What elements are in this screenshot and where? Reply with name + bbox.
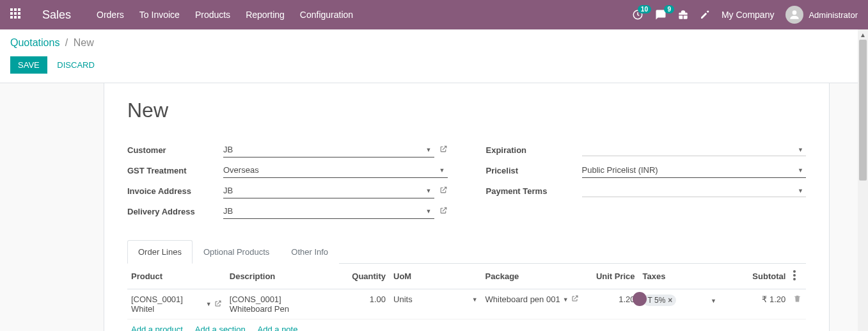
row-description[interactable]: [CONS_0001] Whiteboard Pen [226, 289, 331, 319]
delete-row-icon[interactable] [789, 289, 806, 319]
row-uom[interactable]: Units [393, 295, 470, 304]
tab-order-lines[interactable]: Order Lines [127, 240, 193, 264]
table-row: [CONS_0001] Whitel ▼ [CONS_0001] Whitebo… [127, 289, 806, 319]
invoice-address-field[interactable]: JB ▼ [223, 183, 434, 198]
col-unit-price: Unit Price [587, 264, 639, 289]
external-link-icon[interactable] [439, 145, 448, 155]
breadcrumb-separator: / [65, 37, 68, 48]
page-title: New [127, 99, 806, 122]
scrollbar[interactable]: ▲ [858, 29, 868, 331]
col-subtotal: Subtotal [730, 264, 789, 289]
svg-point-1 [793, 10, 797, 15]
tab-optional-products[interactable]: Optional Products [193, 240, 280, 264]
avatar-icon [785, 6, 803, 24]
gst-field[interactable]: Overseas ▼ [223, 163, 448, 178]
customer-value: JB [223, 145, 423, 154]
customer-field[interactable]: JB ▼ [223, 142, 434, 157]
user-name: Administrator [809, 10, 858, 20]
pricelist-field[interactable]: Public Pricelist (INR) ▼ [582, 163, 807, 178]
scroll-thumb[interactable] [859, 40, 867, 181]
customer-label: Customer [127, 145, 223, 155]
add-product-link[interactable]: Add a product [131, 325, 183, 331]
chevron-down-icon[interactable]: ▼ [795, 167, 806, 174]
menu-reporting[interactable]: Reporting [246, 10, 285, 20]
chevron-down-icon[interactable]: ▼ [711, 298, 716, 304]
apps-icon[interactable] [10, 8, 23, 21]
expiration-label: Expiration [486, 145, 582, 155]
external-link-icon[interactable] [571, 295, 579, 304]
tab-other-info[interactable]: Other Info [280, 240, 339, 264]
row-desc-name: Whiteboard Pen [230, 304, 327, 314]
row-taxes[interactable]: T 5% × ▼ [643, 295, 716, 306]
menu-orders[interactable]: Orders [97, 10, 124, 20]
main-menu: Orders To Invoice Products Reporting Con… [97, 10, 353, 20]
gst-value: Overseas [223, 165, 437, 175]
row-desc-code: [CONS_0001] [230, 295, 327, 304]
chevron-down-icon[interactable]: ▼ [795, 147, 806, 153]
chevron-down-icon[interactable]: ▼ [423, 147, 434, 153]
control-panel: Quotations / New SAVE DISCARD [0, 29, 868, 83]
chevron-down-icon[interactable]: ▼ [472, 296, 478, 303]
delivery-address-label: Delivery Address [127, 207, 223, 216]
breadcrumb: Quotations / New [10, 37, 858, 49]
external-link-icon[interactable] [439, 206, 448, 216]
svg-point-4 [793, 278, 796, 280]
remove-tax-icon[interactable]: × [668, 296, 672, 305]
form-sheet: New Customer JB ▼ GST Treatment Overseas… [104, 83, 830, 331]
delivery-address-value: JB [223, 206, 423, 216]
chevron-down-icon[interactable]: ▼ [795, 188, 806, 194]
messages-icon[interactable]: 9 [655, 9, 667, 20]
top-navbar: Sales Orders To Invoice Products Reporti… [0, 0, 868, 29]
expiration-field[interactable]: ▼ [582, 144, 807, 156]
row-package[interactable]: Whiteboard pen 001 [485, 295, 560, 304]
invoice-address-label: Invoice Address [127, 186, 223, 196]
chevron-down-icon[interactable]: ▼ [563, 296, 569, 303]
col-uom: UoM [390, 264, 482, 289]
row-product[interactable]: [CONS_0001] Whitel [131, 295, 203, 314]
activity-icon[interactable]: 10 [632, 9, 643, 20]
svg-point-3 [793, 274, 796, 277]
col-description: Description [226, 264, 331, 289]
row-unit-price[interactable]: 1.20 [587, 289, 639, 319]
menu-configuration[interactable]: Configuration [300, 10, 353, 20]
company-selector[interactable]: My Company [722, 10, 774, 20]
gst-label: GST Treatment [127, 166, 223, 175]
invoice-address-value: JB [223, 186, 423, 195]
col-package: Package [482, 264, 587, 289]
col-quantity: Quantity [331, 264, 390, 289]
row-quantity[interactable]: 1.00 [331, 289, 390, 319]
external-link-icon[interactable] [439, 186, 448, 196]
row-subtotal: ₹ 1.20 [730, 289, 789, 319]
gift-icon[interactable] [678, 10, 688, 20]
scroll-up-icon[interactable]: ▲ [858, 29, 868, 40]
tools-icon[interactable] [700, 10, 710, 20]
col-menu[interactable] [789, 264, 806, 289]
save-button[interactable]: SAVE [10, 56, 47, 74]
chevron-down-icon[interactable]: ▼ [423, 208, 434, 214]
pricelist-label: Pricelist [486, 166, 582, 175]
breadcrumb-root[interactable]: Quotations [10, 37, 59, 48]
col-taxes: Taxes [639, 264, 731, 289]
chevron-down-icon[interactable]: ▼ [206, 301, 212, 307]
chevron-down-icon[interactable]: ▼ [437, 167, 448, 174]
tax-label: T 5% [648, 296, 666, 305]
menu-products[interactable]: Products [195, 10, 230, 20]
svg-point-2 [793, 270, 796, 273]
user-menu[interactable]: Administrator [785, 6, 858, 24]
menu-to-invoice[interactable]: To Invoice [139, 10, 180, 20]
add-note-link[interactable]: Add a note [258, 325, 298, 331]
order-lines-table: Product Description Quantity UoM Package… [127, 264, 806, 331]
add-section-link[interactable]: Add a section [195, 325, 246, 331]
messages-badge: 9 [664, 5, 674, 13]
pricelist-value: Public Pricelist (INR) [582, 165, 796, 175]
activity-badge: 10 [638, 5, 651, 13]
chevron-down-icon[interactable]: ▼ [423, 188, 434, 194]
tabs: Order Lines Optional Products Other Info [127, 240, 806, 264]
payment-terms-field[interactable]: ▼ [582, 185, 807, 197]
app-brand[interactable]: Sales [42, 8, 71, 22]
discard-button[interactable]: DISCARD [49, 56, 102, 74]
payment-terms-label: Payment Terms [486, 186, 582, 196]
delivery-address-field[interactable]: JB ▼ [223, 204, 434, 219]
external-link-icon[interactable] [214, 300, 222, 309]
col-product: Product [127, 264, 226, 289]
